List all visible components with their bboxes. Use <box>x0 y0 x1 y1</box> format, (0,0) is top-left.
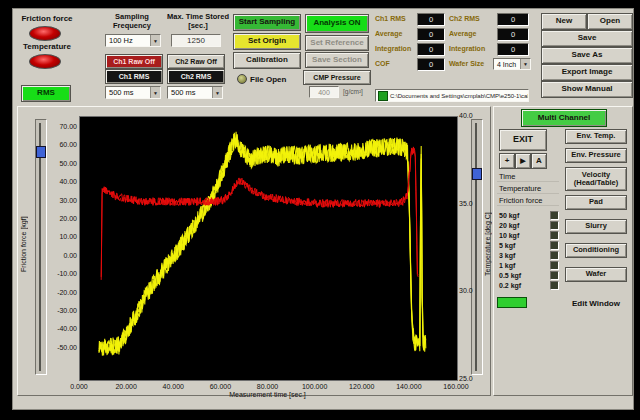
file-open-control[interactable]: File Open <box>237 73 303 85</box>
weight-row: 0.5 kgf <box>497 271 561 280</box>
ch1-rms-button[interactable]: Ch1 RMS <box>105 69 163 84</box>
ch2-integration-label: Integration <box>449 45 485 52</box>
run-tool-icon[interactable]: ▶ <box>515 153 531 169</box>
plot-area <box>79 116 458 381</box>
rms-button[interactable]: RMS <box>21 85 71 102</box>
chevron-down-icon[interactable]: ▼ <box>520 59 530 69</box>
temperature-trace <box>101 147 418 280</box>
weight-checkbox[interactable] <box>550 261 559 270</box>
ch2-integration-value: 0 <box>497 43 529 56</box>
save-button[interactable]: Save <box>541 30 633 47</box>
weight-checkbox[interactable] <box>550 271 559 280</box>
weight-checkbox[interactable] <box>550 251 559 260</box>
exit-button[interactable]: EXIT <box>499 129 547 151</box>
weight-checkbox[interactable] <box>550 281 559 290</box>
right-slider-handle[interactable] <box>472 168 482 180</box>
sampling-frequency-dropdown[interactable]: 100 Hz ▼ <box>105 34 161 47</box>
weight-label: 1 kgf <box>499 262 515 269</box>
wafer-size-value: 4 Inch <box>497 61 516 68</box>
open-button[interactable]: Open <box>587 13 633 30</box>
chevron-down-icon[interactable]: ▼ <box>150 35 160 46</box>
y-tick-label-left: 40.00 <box>47 178 77 185</box>
cmp-pressure-button[interactable]: CMP Pressure <box>303 70 371 85</box>
sampling-frequency-value: 100 Hz <box>109 36 133 45</box>
x-tick-label: 0.000 <box>70 383 88 390</box>
multi-channel-button[interactable]: Multi Channel <box>521 109 607 127</box>
y-tick-label-left: -10.00 <box>47 270 77 277</box>
weight-checkbox[interactable] <box>550 211 559 220</box>
analysis-on-button[interactable]: Analysis ON <box>305 14 369 33</box>
y-tick-label-left: 70.00 <box>47 123 77 130</box>
slider-groove <box>39 123 41 371</box>
ch2-rms-stat-label: Ch2 RMS <box>449 15 480 22</box>
env-pressure-button[interactable]: Env. Pressure <box>565 148 627 163</box>
friction-led-button[interactable] <box>29 26 61 41</box>
ch2-interval-dropdown[interactable]: 500 ms ▼ <box>167 86 223 99</box>
cof-label: COF <box>375 60 390 67</box>
operate-tool-icon[interactable]: + <box>499 153 515 169</box>
ch1-raw-button[interactable]: Ch1 Raw Off <box>105 54 163 69</box>
start-sampling-button[interactable]: Start Sampling <box>233 14 301 31</box>
text-tool-icon[interactable]: A <box>531 153 547 169</box>
weight-checkbox[interactable] <box>550 241 559 250</box>
x-tick-label: 80.000 <box>257 383 278 390</box>
slurry-button[interactable]: Slurry <box>565 219 627 234</box>
weight-checkbox[interactable] <box>550 231 559 240</box>
signal-item-friction-force[interactable]: Friction force <box>497 195 559 206</box>
wafer-button[interactable]: Wafer <box>565 267 627 282</box>
weight-label: 0.5 kgf <box>499 272 521 279</box>
wafer-size-dropdown[interactable]: 4 Inch ▼ <box>493 58 531 70</box>
left-slider-handle[interactable] <box>36 146 46 158</box>
temperature-axis-label: Temperature [deg C] <box>482 159 493 329</box>
pens-palette-button[interactable] <box>497 297 527 308</box>
temperature-trace <box>101 148 418 277</box>
y-tick-label-right: 40.0 <box>459 112 479 119</box>
y-tick-label-left: 30.00 <box>47 197 77 204</box>
pad-button[interactable]: Pad <box>565 195 627 210</box>
temperature-led-button[interactable] <box>29 54 61 69</box>
show-manual-button[interactable]: Show Manual <box>541 81 633 98</box>
file-open-led-icon[interactable] <box>237 74 247 84</box>
calibration-button[interactable]: Calibration <box>233 52 301 69</box>
weight-label: 5 kgf <box>499 242 515 249</box>
signal-item-time[interactable]: Time <box>497 171 559 182</box>
friction-force-trace <box>99 132 426 356</box>
friction-force-trace <box>99 133 426 355</box>
chevron-down-icon[interactable]: ▼ <box>150 87 160 98</box>
ch2-raw-button[interactable]: Ch2 Raw Off <box>167 54 225 69</box>
new-button[interactable]: New <box>541 13 587 30</box>
set-origin-button[interactable]: Set Origin <box>233 33 301 50</box>
friction-force-label: Friction force <box>15 14 79 23</box>
ch1-average-label: Average <box>375 30 402 37</box>
save-section-button[interactable]: Save Section <box>305 52 369 68</box>
cmp-pressure-field[interactable]: 400 <box>309 86 339 98</box>
save-as-button[interactable]: Save As <box>541 47 633 64</box>
weight-checkbox[interactable] <box>550 221 559 230</box>
max-time-label: Max. Time Stored [sec.] <box>165 13 231 30</box>
weight-row: 1 kgf <box>497 261 561 270</box>
x-tick-label: 120.000 <box>349 383 374 390</box>
y-tick-label-left: 0.00 <box>47 252 77 259</box>
calibration-path-field[interactable]: C:\Documents and Settings\cmplab\CMP\e25… <box>375 89 529 102</box>
ch1-rms-stat-label: Ch1 RMS <box>375 15 406 22</box>
y-tick-label-left: 50.00 <box>47 160 77 167</box>
weight-row: 10 kgf <box>497 231 561 240</box>
friction-force-trace <box>99 136 426 356</box>
ch1-interval-dropdown[interactable]: 500 ms ▼ <box>105 86 161 99</box>
velocity-button[interactable]: Velocity (Head/Table) <box>565 167 627 191</box>
max-time-field[interactable]: 1250 <box>171 34 221 47</box>
env-temp-button[interactable]: Env. Temp. <box>565 129 627 144</box>
left-scale-slider[interactable] <box>35 119 47 375</box>
weight-label: 50 kgf <box>499 212 519 219</box>
friction-axis-label: Friction force [kgf] <box>17 159 29 329</box>
temperature-label: Temperature <box>15 42 79 51</box>
x-tick-label: 20.000 <box>115 383 136 390</box>
conditioning-button[interactable]: Conditioning <box>565 243 627 258</box>
set-reference-button[interactable]: Set Reference <box>305 35 369 51</box>
chevron-down-icon[interactable]: ▼ <box>212 87 222 98</box>
ch2-rms-button[interactable]: Ch2 RMS <box>167 69 225 84</box>
folder-icon[interactable] <box>378 91 388 101</box>
x-tick-label: 160.000 <box>443 383 468 390</box>
signal-item-temperature[interactable]: Temperature <box>497 183 559 194</box>
export-image-button[interactable]: Export Image <box>541 64 633 81</box>
